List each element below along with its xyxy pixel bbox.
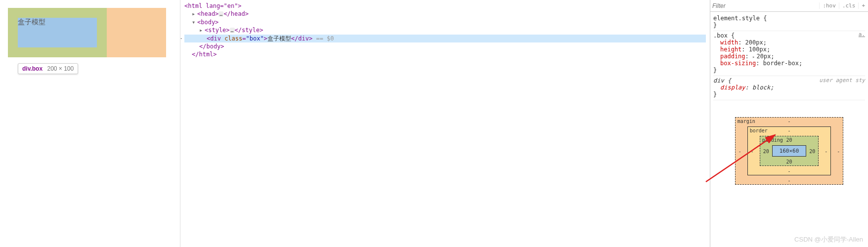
padding-overlay: 盒子模型	[8, 8, 107, 57]
dom-node-body[interactable]: ▾<body>	[184, 18, 706, 26]
inspect-tooltip: div.box 200 × 100	[18, 63, 78, 74]
dom-node-html-close[interactable]: </html>	[184, 50, 706, 58]
box-model-diagram[interactable]: margin - - - - border - - - - padding 20…	[710, 117, 868, 185]
style-rules: element.style { } a. .box { width: 200px…	[710, 12, 868, 102]
margin-overlay: 盒子模型	[8, 8, 166, 57]
bm-border[interactable]: border - - - - padding 20 20 20 20 160×6…	[747, 126, 831, 175]
dom-node-selected[interactable]: <div class="box">盒子模型</div> == $0	[184, 35, 706, 42]
tooltip-dimensions: 200 × 100	[47, 65, 74, 72]
dom-node-style[interactable]: ▸<style>…</style>	[184, 26, 706, 35]
styles-panel: :hov .cls + element.style { } a. .box { …	[710, 0, 868, 247]
dom-node-head[interactable]: ▸<head>…</head>	[184, 10, 706, 18]
new-rule-button[interactable]: +	[858, 2, 868, 9]
box-rule[interactable]: a. .box { width: 200px; height: 100px; p…	[713, 31, 865, 76]
filter-bar: :hov .cls +	[710, 0, 868, 12]
hov-toggle[interactable]: :hov	[819, 2, 839, 9]
content-box: 盒子模型	[18, 18, 97, 47]
styles-filter-input[interactable]	[710, 1, 819, 10]
elements-panel[interactable]: <html lang="en"> ▸<head>…</head> ▾<body>…	[180, 0, 710, 247]
bm-padding[interactable]: padding 20 20 20 20 160×60	[760, 136, 819, 166]
cls-toggle[interactable]: .cls	[839, 2, 859, 9]
ua-stylesheet-label: user agent sty	[819, 77, 865, 83]
tooltip-selector: div.box	[22, 65, 43, 72]
element-highlight: 盒子模型 div.box 200 × 100	[8, 8, 171, 57]
dom-node-body-close[interactable]: </body>	[184, 42, 706, 50]
element-style-rule[interactable]: element.style { }	[713, 14, 865, 31]
source-link[interactable]: a.	[859, 31, 865, 38]
div-ua-rule[interactable]: user agent sty div { display: block; }	[713, 76, 865, 100]
bm-content[interactable]: 160×60	[772, 145, 807, 157]
watermark: CSDN @小爱同学-Allen	[794, 235, 863, 244]
bm-margin[interactable]: margin - - - - border - - - - padding 20…	[735, 117, 844, 185]
dom-node-html[interactable]: <html lang="en">	[184, 2, 706, 10]
preview-panel: 盒子模型 div.box 200 × 100	[0, 0, 180, 247]
